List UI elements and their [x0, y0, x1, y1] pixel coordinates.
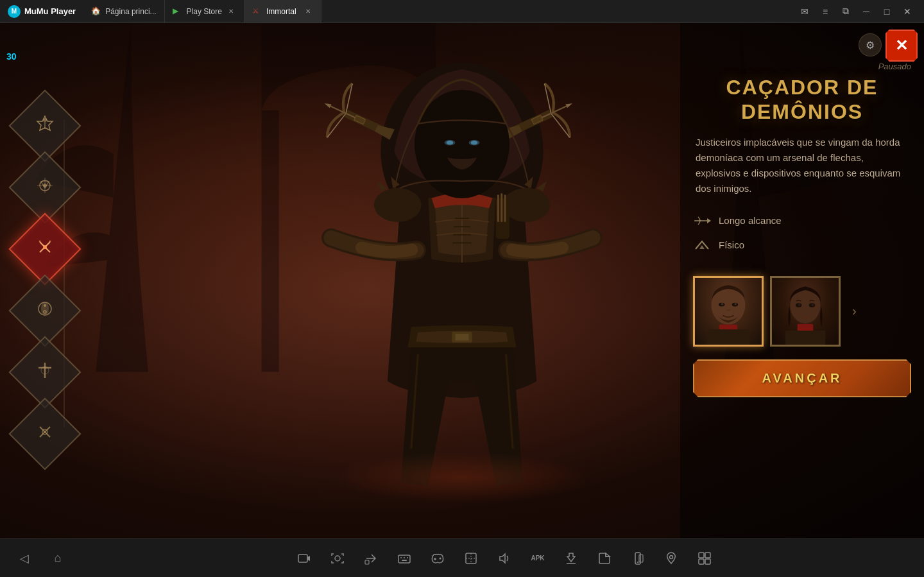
physical-label: Físico	[719, 239, 744, 250]
fps-value: 30	[6, 51, 17, 62]
trait-physical: Físico	[693, 236, 911, 254]
files-button[interactable]	[593, 547, 616, 570]
range-label: Longo alcance	[719, 215, 782, 226]
toolbar-left-section: ◁ ⌂	[0, 547, 69, 570]
svg-point-76	[335, 556, 340, 561]
svg-point-24	[447, 141, 454, 144]
svg-rect-92	[639, 555, 643, 562]
svg-point-71	[798, 303, 801, 306]
window-controls: ✉ ≡ ⧉ ─ □ ✕	[788, 3, 924, 21]
gamepad-button[interactable]	[426, 547, 449, 570]
tab-pagina-label: Página princi...	[105, 7, 156, 16]
class-selection-panel	[19, 100, 71, 460]
svg-point-52	[44, 304, 46, 307]
menu-button[interactable]: ≡	[816, 3, 834, 21]
necromancer-symbol	[35, 422, 55, 446]
video-record-button[interactable]	[293, 547, 316, 570]
minimize-button[interactable]: ─	[857, 3, 875, 21]
close-panel-button[interactable]: ✕	[886, 30, 918, 62]
physical-icon	[693, 236, 711, 254]
share-button[interactable]	[359, 547, 382, 570]
range-icon	[693, 212, 711, 230]
location-button[interactable]	[660, 547, 683, 570]
resize-button[interactable]	[459, 547, 483, 570]
monk-symbol	[35, 175, 55, 200]
app-name: MuMu Player	[24, 6, 76, 16]
svg-point-25	[471, 141, 478, 144]
tab-immortal[interactable]: ⚔ Immortal ✕	[244, 0, 321, 22]
tab-immortal-label: Immortal	[266, 7, 296, 16]
tab-playstore[interactable]: ▶ Play Store ✕	[165, 0, 244, 22]
class-icon-necromancer[interactable]	[8, 397, 81, 470]
tab-immortal-favicon: ⚔	[252, 6, 262, 17]
panel-icons: ⚙ ↩	[693, 33, 911, 56]
svg-point-50	[43, 245, 47, 249]
portrait-male[interactable]	[693, 276, 764, 347]
svg-point-64	[721, 303, 724, 306]
screenshot-button[interactable]	[326, 547, 349, 570]
right-info-panel: ⚙ ↩ Pausado CAÇADOR DE DEMÔNIOS Justicei…	[680, 23, 924, 555]
portrait-female-bg	[772, 278, 839, 345]
portrait-male-bg	[695, 278, 762, 345]
svg-point-72	[811, 303, 814, 306]
portrait-female[interactable]	[770, 276, 841, 347]
demon-hunter-symbol	[35, 237, 55, 261]
logo-icon: M	[8, 5, 21, 18]
svg-rect-33	[497, 195, 499, 222]
class-name: CAÇADOR DE DEMÔNIOS	[693, 75, 911, 125]
svg-rect-8	[455, 334, 468, 341]
expand-button[interactable]	[693, 547, 716, 570]
phone-button[interactable]	[626, 547, 649, 570]
svg-point-26	[374, 188, 422, 222]
tab-bar: 🏠 Página princi... ▶ Play Store ✕ ⚔ Immo…	[83, 0, 788, 22]
svg-rect-94	[699, 553, 704, 558]
svg-rect-97	[705, 559, 710, 564]
svg-rect-95	[705, 553, 710, 558]
svg-rect-75	[298, 555, 307, 562]
apk-button[interactable]: APK	[526, 547, 549, 570]
restore-button[interactable]: ⧉	[837, 3, 855, 21]
toolbar-center-section: APK	[85, 547, 924, 570]
svg-rect-35	[504, 195, 506, 222]
svg-rect-78	[398, 555, 410, 563]
ground-glow	[334, 452, 590, 503]
tab-pagina-favicon: 🏠	[91, 6, 101, 17]
close-window-button[interactable]: ✕	[898, 3, 916, 21]
titlebar: M MuMu Player 🏠 Página princi... ▶ Play …	[0, 0, 924, 23]
advance-button[interactable]: AVANÇAR	[693, 359, 911, 397]
svg-point-85	[440, 557, 441, 559]
tab-pagina[interactable]: 🏠 Página princi...	[83, 0, 164, 22]
class-traits: Longo alcance Físico	[693, 212, 911, 261]
svg-rect-67	[707, 329, 749, 345]
portrait-selection: ›	[693, 276, 911, 347]
shake-button[interactable]	[560, 547, 583, 570]
settings-icon-btn[interactable]: ⚙	[859, 33, 882, 56]
svg-rect-74	[785, 331, 825, 345]
close-icon: ✕	[895, 38, 908, 53]
keyboard-button[interactable]	[393, 547, 416, 570]
svg-point-65	[734, 303, 737, 306]
mail-button[interactable]: ✉	[796, 3, 814, 21]
tab-playstore-favicon: ▶	[173, 6, 183, 17]
svg-rect-34	[501, 193, 502, 221]
wizard-symbol	[35, 298, 55, 323]
svg-point-27	[502, 188, 550, 222]
tab-playstore-close[interactable]: ✕	[226, 6, 236, 17]
fps-counter: 30	[6, 51, 17, 62]
barbarian-symbol	[35, 114, 55, 138]
volume-button[interactable]	[493, 547, 516, 570]
app-logo: M MuMu Player	[0, 5, 83, 18]
svg-rect-77	[365, 560, 369, 564]
back-button[interactable]: ◁	[13, 547, 36, 570]
home-button[interactable]: ⌂	[46, 547, 69, 570]
svg-rect-14	[354, 115, 366, 124]
maximize-button[interactable]: □	[878, 3, 896, 21]
game-area: 30	[0, 23, 924, 555]
portrait-next-chevron[interactable]: ›	[847, 298, 862, 323]
tab-playstore-label: Play Store	[187, 7, 222, 16]
svg-rect-96	[699, 559, 704, 564]
tab-immortal-close[interactable]: ✕	[303, 6, 313, 17]
class-description: Justiceiros implacáveis que se vingam da…	[693, 135, 911, 196]
svg-point-42	[43, 118, 47, 122]
crusader-symbol	[35, 360, 55, 384]
